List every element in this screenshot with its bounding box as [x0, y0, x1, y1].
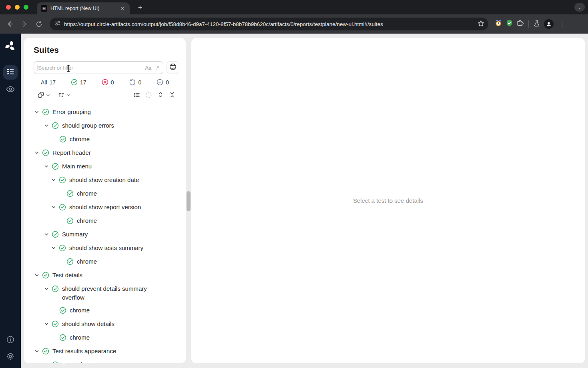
toolbar-separator	[528, 20, 529, 28]
browser-toolbar: https://output.circle-artifacts.com/outp…	[0, 14, 588, 34]
tree-test-row[interactable]: should show details	[24, 318, 186, 331]
tree-test-row[interactable]: should prevent details summary overflow	[24, 282, 186, 304]
tree-label: should group errors	[62, 121, 114, 130]
tree-browser-row[interactable]: chrome	[24, 255, 186, 269]
tree-suite-row[interactable]: Test details	[24, 269, 186, 282]
sort-dropdown[interactable]	[58, 91, 71, 100]
chevron-down-icon[interactable]	[51, 177, 56, 184]
testplane-logo	[4, 39, 17, 54]
tab-title: HTML report (New UI)	[50, 6, 116, 11]
chevron-down-icon[interactable]	[44, 321, 49, 328]
tree-suite-row[interactable]: Passed test	[24, 358, 186, 363]
passed-status-icon	[42, 149, 49, 158]
filter-retried-count: 0	[138, 79, 141, 86]
search-box[interactable]: Aa .*	[34, 61, 163, 74]
info-button[interactable]	[6, 335, 15, 346]
extensions-puzzle-icon[interactable]	[517, 20, 524, 28]
filter-retried[interactable]: 0	[129, 79, 141, 86]
tab-favicon: H	[41, 5, 47, 12]
tree-browser-row[interactable]: chrome	[24, 331, 186, 345]
tree-label: chrome	[77, 257, 97, 266]
browsers-filter-button[interactable]	[167, 61, 179, 74]
tree-label: Summary	[62, 230, 88, 239]
passed-status-icon	[66, 217, 74, 226]
chevron-down-icon[interactable]	[34, 109, 40, 116]
tree-suite-row[interactable]: Error grouping	[24, 106, 186, 119]
chevron-down-icon[interactable]	[44, 286, 49, 293]
tree-browser-row[interactable]: chrome	[24, 214, 186, 228]
tree-label: chrome	[70, 135, 90, 144]
status-filters: All 17 17 0	[41, 79, 169, 86]
chevron-down-icon[interactable]	[34, 272, 40, 280]
tree-browser-row[interactable]: chrome	[24, 304, 186, 318]
tree-suite-row[interactable]: Main menu	[24, 160, 186, 174]
tree-label: should show details	[62, 320, 114, 328]
filter-failed[interactable]: 0	[102, 79, 114, 86]
tree-label: Error grouping	[52, 108, 91, 116]
collapse-all-icon[interactable]	[169, 92, 175, 100]
passed-status-icon	[59, 244, 66, 253]
browser-menu-icon[interactable]: ⋮	[558, 20, 567, 28]
tree-suite-row[interactable]: Report header	[24, 146, 186, 160]
site-info-icon[interactable]	[54, 20, 61, 28]
tab-search-button[interactable]: ⌄	[574, 3, 585, 12]
expand-all-icon[interactable]	[157, 92, 164, 100]
tree-test-row[interactable]: should show creation date	[24, 174, 186, 187]
suites-scrollbar-thumb[interactable]	[187, 191, 191, 211]
shield-extension-icon[interactable]	[506, 20, 513, 28]
group-by-dropdown[interactable]	[37, 91, 50, 100]
passed-status-icon	[59, 334, 66, 343]
chevron-down-icon[interactable]	[44, 123, 49, 130]
settings-gear-icon[interactable]	[6, 352, 15, 362]
sidebar-item-visual-checks[interactable]	[3, 83, 18, 97]
maximize-window-button[interactable]	[24, 5, 28, 10]
tree-test-row[interactable]: should group errors	[24, 119, 186, 133]
tree-suite-row[interactable]: Test results appearance	[24, 345, 186, 358]
filter-skipped[interactable]: 0	[157, 79, 169, 86]
back-icon[interactable]	[4, 18, 16, 30]
reload-icon[interactable]	[33, 18, 45, 30]
tree-suite-row[interactable]: Summary	[24, 228, 186, 242]
tree-test-row[interactable]: should show report version	[24, 201, 186, 214]
url-text[interactable]: https://output.circle-artifacts.com/outp…	[64, 21, 474, 27]
alarm-clock-extension-icon[interactable]	[495, 20, 502, 28]
filter-all[interactable]: All 17	[41, 79, 56, 86]
chevron-down-icon[interactable]	[34, 348, 40, 356]
minimize-window-button[interactable]	[15, 5, 20, 10]
focus-mode-icon[interactable]	[145, 92, 152, 100]
forward-icon[interactable]	[18, 18, 30, 30]
tree-browser-row[interactable]: chrome	[24, 133, 186, 146]
chevron-down-icon[interactable]	[51, 245, 56, 252]
chevron-down-icon[interactable]	[44, 232, 49, 239]
filter-passed[interactable]: 17	[71, 79, 86, 86]
tree-label: Passed test	[62, 360, 93, 363]
chevron-down-icon[interactable]	[44, 164, 49, 171]
chrome-labs-flask-icon[interactable]	[534, 20, 540, 28]
chevron-down-icon[interactable]	[44, 362, 49, 363]
passed-status-icon	[59, 176, 66, 185]
passed-status-icon	[66, 258, 74, 267]
match-case-toggle[interactable]: Aa	[145, 65, 151, 71]
profile-avatar[interactable]	[544, 19, 554, 29]
address-bar[interactable]: https://output.circle-artifacts.com/outp…	[50, 18, 488, 30]
tree-label: should show report version	[69, 203, 141, 212]
tree-test-row[interactable]: should show tests summary	[24, 242, 186, 255]
new-tab-button[interactable]: +	[135, 4, 145, 12]
sidebar-item-suites[interactable]	[3, 65, 18, 80]
browser-tab[interactable]: H HTML report (New UI) ×	[37, 2, 130, 14]
close-window-button[interactable]	[6, 5, 11, 10]
passed-status-icon	[59, 204, 66, 212]
group-by-icon	[37, 91, 44, 100]
search-input[interactable]	[38, 65, 141, 71]
passed-status-icon	[42, 348, 49, 356]
chevron-down-icon[interactable]	[34, 150, 40, 157]
tree-label: should show creation date	[69, 176, 139, 184]
tree-label: chrome	[77, 216, 97, 225]
regex-toggle[interactable]: .*	[155, 65, 159, 71]
tab-close-icon[interactable]: ×	[119, 5, 126, 12]
list-view-icon[interactable]	[133, 92, 140, 100]
bookmark-star-icon[interactable]	[478, 20, 484, 28]
chevron-down-icon[interactable]	[51, 204, 56, 212]
tree-browser-row[interactable]: chrome	[24, 187, 186, 201]
globe-icon	[169, 63, 177, 72]
